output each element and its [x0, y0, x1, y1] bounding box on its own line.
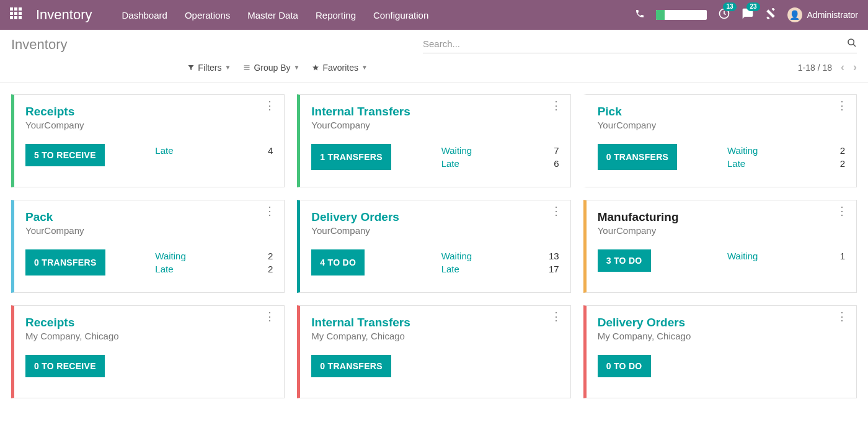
menu-dashboard[interactable]: Dashboard: [122, 10, 167, 20]
card-menu-icon[interactable]: ⋮: [551, 315, 562, 318]
stat-label: Waiting: [727, 145, 758, 156]
stat-value: 2: [255, 251, 273, 261]
top-navbar: Inventory Dashboard Operations Master Da…: [0, 0, 868, 30]
menu-master-data[interactable]: Master Data: [247, 10, 298, 20]
filters-button[interactable]: Filters ▼: [187, 63, 231, 73]
card-title[interactable]: Pick: [598, 105, 845, 119]
search-icon[interactable]: [847, 38, 857, 50]
stat-value: 2: [828, 158, 845, 169]
card-company: YourCompany: [25, 120, 273, 130]
pager-count[interactable]: 1-18 / 18: [798, 63, 832, 73]
card-title[interactable]: Receipts: [25, 105, 273, 119]
groupby-button[interactable]: Group By ▼: [243, 63, 299, 73]
card-menu-icon[interactable]: ⋮: [551, 209, 562, 213]
stat-value: 7: [542, 145, 559, 156]
stat-row[interactable]: Late 2: [155, 262, 273, 275]
progress-indicator[interactable]: [656, 10, 707, 20]
stat-label: Late: [727, 158, 745, 169]
stat-label: Waiting: [727, 251, 758, 261]
kanban-card: ⋮ Manufacturing YourCompany 3 TO DO Wait…: [583, 200, 857, 293]
stat-label: Late: [441, 158, 459, 169]
card-title[interactable]: Receipts: [25, 316, 273, 329]
stat-row[interactable]: Waiting 13: [441, 249, 559, 262]
main-menu: Dashboard Operations Master Data Reporti…: [122, 10, 429, 20]
topnav-right: 13 23 👤 Administrator: [635, 7, 858, 22]
phone-icon[interactable]: [635, 9, 645, 21]
card-menu-icon[interactable]: ⋮: [836, 315, 848, 318]
card-title[interactable]: Internal Transfers: [311, 105, 559, 119]
menu-operations[interactable]: Operations: [185, 10, 230, 20]
tools-icon[interactable]: [765, 8, 776, 22]
kanban-card: ⋮ Delivery Orders YourCompany 4 TO DO Wa…: [297, 200, 570, 293]
card-company: My Company, Chicago: [598, 331, 845, 341]
card-menu-icon[interactable]: ⋮: [264, 209, 275, 213]
card-action-button[interactable]: 3 TO DO: [598, 249, 651, 272]
user-menu[interactable]: 👤 Administrator: [787, 7, 858, 22]
card-company: YourCompany: [311, 225, 559, 236]
search-bar[interactable]: [423, 36, 857, 53]
kanban-card: ⋮ Internal Transfers YourCompany 1 TRANS…: [297, 94, 570, 187]
card-company: My Company, Chicago: [25, 331, 273, 341]
stat-row[interactable]: Late 17: [441, 262, 559, 275]
messaging-icon[interactable]: 23: [742, 7, 754, 22]
card-action-button[interactable]: 4 TO DO: [311, 249, 365, 275]
stat-label: Waiting: [441, 251, 472, 261]
pager-next[interactable]: ›: [853, 61, 857, 74]
star-icon: [312, 64, 319, 71]
funnel-icon: [187, 64, 195, 71]
card-menu-icon[interactable]: ⋮: [836, 209, 848, 213]
activity-icon[interactable]: 13: [718, 7, 730, 22]
card-company: YourCompany: [25, 225, 273, 236]
svg-point-1: [848, 39, 854, 45]
card-stats: Late 4: [155, 144, 273, 166]
stat-row[interactable]: Waiting 7: [441, 144, 559, 157]
search-input[interactable]: [423, 36, 857, 52]
stat-label: Waiting: [155, 251, 185, 261]
card-action-button[interactable]: 0 TRANSFERS: [311, 355, 391, 377]
favorites-button[interactable]: Favorites ▼: [312, 63, 367, 73]
card-action-button[interactable]: 0 TO DO: [598, 355, 651, 377]
pager-prev[interactable]: ‹: [841, 61, 844, 74]
card-stats: Waiting 2 Late 2: [727, 144, 845, 170]
card-action-button[interactable]: 0 TRANSFERS: [25, 249, 105, 275]
card-stats: Waiting 13 Late 17: [441, 249, 559, 275]
card-menu-icon[interactable]: ⋮: [836, 104, 848, 107]
stat-value: 2: [255, 264, 273, 274]
kanban-card: ⋮ Pick YourCompany 0 TRANSFERS Waiting 2…: [583, 94, 857, 187]
card-stats: [727, 355, 845, 377]
stat-value: 17: [542, 264, 559, 274]
card-stats: Waiting 7 Late 6: [441, 144, 559, 170]
card-action-button[interactable]: 5 TO RECEIVE: [25, 144, 105, 166]
stat-row[interactable]: Late 6: [441, 157, 559, 170]
svg-line-2: [853, 44, 856, 47]
stat-value: 13: [542, 251, 559, 261]
card-title[interactable]: Delivery Orders: [598, 316, 845, 329]
card-title[interactable]: Manufacturing: [598, 210, 845, 224]
stat-row[interactable]: Waiting 2: [155, 249, 273, 262]
card-menu-icon[interactable]: ⋮: [264, 104, 275, 107]
stat-row[interactable]: Waiting 1: [727, 249, 845, 262]
card-title[interactable]: Delivery Orders: [311, 210, 559, 224]
card-company: YourCompany: [598, 225, 845, 236]
kanban-card: ⋮ Receipts YourCompany 5 TO RECEIVE Late…: [11, 94, 285, 187]
menu-reporting[interactable]: Reporting: [316, 10, 356, 20]
stat-row[interactable]: Late 4: [155, 144, 273, 157]
card-menu-icon[interactable]: ⋮: [551, 104, 562, 107]
card-action-button[interactable]: 0 TO RECEIVE: [25, 355, 105, 377]
stat-row[interactable]: Late 2: [727, 157, 845, 170]
card-menu-icon[interactable]: ⋮: [264, 315, 275, 318]
kanban-card: ⋮ Internal Transfers My Company, Chicago…: [297, 305, 570, 398]
kanban-card: ⋮ Receipts My Company, Chicago 0 TO RECE…: [11, 305, 285, 398]
activity-badge: 13: [723, 2, 736, 11]
stat-value: 6: [542, 158, 559, 169]
card-title[interactable]: Pack: [25, 210, 273, 224]
apps-menu-icon[interactable]: [10, 7, 25, 22]
card-title[interactable]: Internal Transfers: [311, 316, 559, 329]
card-action-button[interactable]: 0 TRANSFERS: [598, 144, 678, 170]
menu-configuration[interactable]: Configuration: [373, 10, 428, 20]
card-stats: Waiting 2 Late 2: [155, 249, 273, 275]
messaging-badge: 23: [746, 2, 760, 11]
chevron-down-icon: ▼: [294, 64, 300, 71]
stat-row[interactable]: Waiting 2: [727, 144, 845, 157]
card-action-button[interactable]: 1 TRANSFERS: [311, 144, 391, 170]
